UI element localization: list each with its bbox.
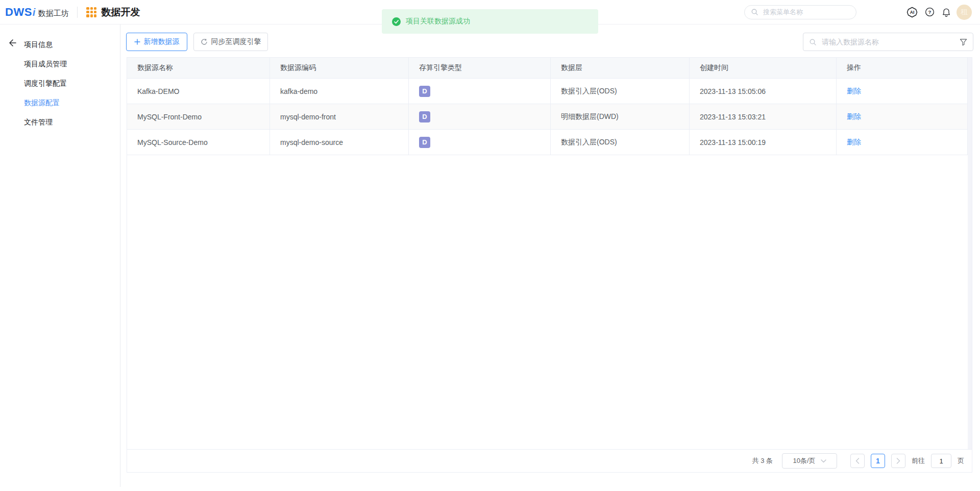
cell-data-layer: 数据引入层(ODS) [551, 130, 690, 155]
goto-page-input[interactable] [931, 454, 951, 468]
column-header: 创建时间 [690, 58, 837, 78]
table-row: MySQL-Front-Demomysql-demo-frontD明细数据层(D… [127, 104, 968, 130]
page-unit-label: 页 [958, 456, 964, 465]
vertical-scrollbar[interactable] [968, 58, 972, 449]
cell-engine-type: D [409, 104, 551, 129]
page-number-button[interactable]: 1 [871, 454, 885, 468]
navbar-divider [77, 7, 78, 18]
pagination-bar: 共 3 条 10条/页 1 前往 页 [127, 449, 972, 472]
app-title: 数据开发 [101, 6, 140, 19]
table-row: MySQL-Source-Demomysql-demo-sourceD数据引入层… [127, 130, 968, 155]
main-content: 新增数据源 同步至调度引擎 数据源名称数据源编码存算引擎类型数据层创建时间操作 … [120, 24, 980, 491]
cell-datasource-code: mysql-demo-source [270, 130, 409, 155]
user-avatar[interactable]: 租 [957, 5, 972, 20]
cell-created-time: 2023-11-13 15:03:21 [690, 104, 837, 129]
cell-engine-type: D [409, 130, 551, 155]
cell-datasource-name: MySQL-Source-Demo [127, 130, 270, 155]
sidebar-item-1[interactable]: 项目成员管理 [24, 54, 115, 73]
help-icon[interactable]: ? [924, 7, 935, 17]
add-datasource-label: 新增数据源 [144, 37, 180, 46]
chevron-down-icon [821, 459, 826, 463]
logo-product-name: 数据工坊 [38, 9, 68, 18]
sidebar-item-0[interactable]: 项目信息 [24, 35, 115, 54]
table-body: Kafka-DEMOkafka-demoD数据引入层(ODS)2023-11-1… [127, 79, 972, 155]
datasource-search-input[interactable] [821, 37, 960, 46]
delete-link[interactable]: 删除 [847, 112, 861, 121]
sidebar-menu: 项目信息项目成员管理调度引擎配置数据源配置文件管理 [24, 35, 115, 132]
logo-text: DWS [5, 6, 32, 19]
filter-funnel-icon[interactable] [960, 38, 967, 46]
cell-created-time: 2023-11-13 15:00:19 [690, 130, 837, 155]
engine-type-badge: D [419, 86, 430, 97]
engine-type-badge: D [419, 111, 430, 122]
goto-label: 前往 [912, 456, 925, 465]
cell-actions: 删除 [837, 130, 968, 155]
sidebar-item-4[interactable]: 文件管理 [24, 112, 115, 132]
back-arrow-icon[interactable] [7, 38, 17, 48]
sidebar-item-3[interactable]: 数据源配置 [24, 93, 115, 112]
app-grid-icon [86, 7, 96, 17]
prev-page-button[interactable] [850, 454, 865, 468]
table-row: Kafka-DEMOkafka-demoD数据引入层(ODS)2023-11-1… [127, 79, 968, 104]
chevron-right-icon [896, 458, 900, 464]
engine-type-badge: D [419, 137, 430, 148]
cell-actions: 删除 [837, 104, 968, 129]
success-toast: 项目关联数据源成功 [382, 9, 598, 34]
sidebar-item-2[interactable]: 调度引擎配置 [24, 73, 115, 93]
cell-data-layer: 明细数据层(DWD) [551, 104, 690, 129]
project-sidebar: 项目信息项目成员管理调度引擎配置数据源配置文件管理 [0, 24, 120, 487]
column-header: 数据源编码 [270, 58, 409, 78]
cell-engine-type: D [409, 79, 551, 104]
cell-data-layer: 数据引入层(ODS) [551, 79, 690, 104]
next-page-button[interactable] [891, 454, 905, 468]
search-icon [751, 8, 758, 16]
refresh-icon [201, 38, 208, 45]
datasource-table-panel: 数据源名称数据源编码存算引擎类型数据层创建时间操作 Kafka-DEMOkafk… [127, 57, 972, 473]
cell-datasource-code: mysql-demo-front [270, 104, 409, 129]
logo-i: i [33, 7, 36, 18]
cell-datasource-code: kafka-demo [270, 79, 409, 104]
cell-actions: 删除 [837, 79, 968, 104]
datasource-search-box[interactable] [803, 33, 973, 51]
delete-link[interactable]: 删除 [847, 87, 861, 96]
page-size-value: 10条/页 [793, 456, 815, 465]
plus-icon [134, 39, 140, 45]
table-header-row: 数据源名称数据源编码存算引擎类型数据层创建时间操作 [127, 58, 968, 79]
add-datasource-button[interactable]: 新增数据源 [126, 33, 187, 51]
page-size-select[interactable]: 10条/页 [782, 453, 837, 469]
sync-to-scheduler-button[interactable]: 同步至调度引擎 [193, 33, 268, 51]
svg-text:AI: AI [910, 10, 915, 15]
navbar-right: AI ? 租 [744, 5, 972, 20]
column-header: 数据层 [551, 58, 690, 78]
success-check-icon [392, 17, 401, 26]
cell-datasource-name: MySQL-Front-Demo [127, 104, 270, 129]
chevron-left-icon [855, 458, 860, 464]
navbar-left: DWSi 数据工坊 数据开发 [5, 6, 140, 19]
toast-message: 项目关联数据源成功 [406, 17, 470, 26]
column-header: 存算引擎类型 [409, 58, 551, 78]
cell-datasource-name: Kafka-DEMO [127, 79, 270, 104]
brand-logo[interactable]: DWSi 数据工坊 [5, 6, 68, 19]
column-header: 数据源名称 [127, 58, 270, 78]
table-wrap: 数据源名称数据源编码存算引擎类型数据层创建时间操作 Kafka-DEMOkafk… [127, 58, 972, 449]
column-header: 操作 [837, 58, 968, 78]
ai-assistant-icon[interactable]: AI [906, 6, 918, 18]
svg-text:?: ? [928, 9, 932, 15]
cell-created-time: 2023-11-13 15:05:06 [690, 79, 837, 104]
notification-bell-icon[interactable] [941, 7, 951, 17]
menu-search-input[interactable] [762, 8, 850, 16]
search-icon [809, 38, 817, 46]
total-count-label: 共 3 条 [752, 456, 773, 465]
delete-link[interactable]: 删除 [847, 138, 861, 147]
sync-to-scheduler-label: 同步至调度引擎 [211, 37, 261, 46]
menu-search-box[interactable] [744, 5, 856, 19]
